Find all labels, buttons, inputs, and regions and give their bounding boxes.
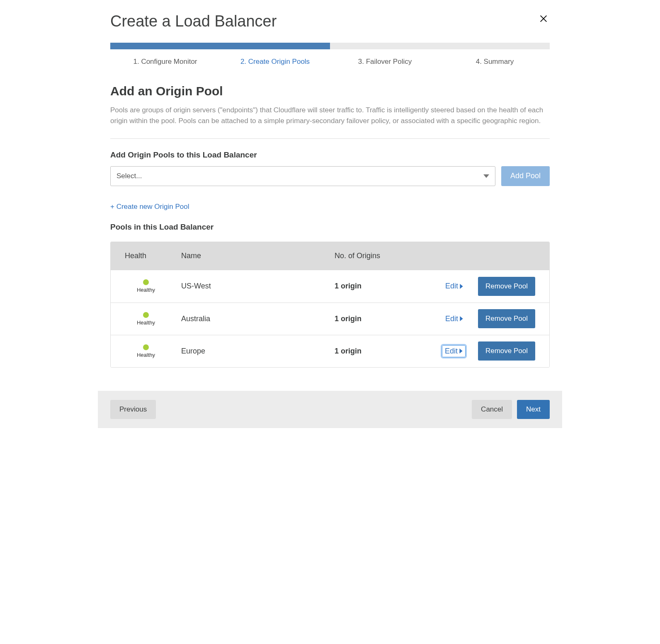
wizard-steps: 1. Configure Monitor2. Create Origin Poo…: [98, 43, 562, 68]
pool-select[interactable]: Select...: [110, 166, 495, 186]
main-content: Add an Origin Pool Pools are groups of o…: [98, 68, 562, 368]
pools-table: Health Name No. of Origins HealthyUS-Wes…: [110, 242, 550, 368]
table-row: HealthyEurope1 originEditRemove Pool: [111, 335, 549, 367]
edit-pool-button[interactable]: Edit: [442, 345, 466, 357]
pool-select-wrapper: Select...: [110, 166, 495, 186]
wizard-step-4[interactable]: 4. Summary: [440, 55, 550, 68]
divider: [110, 138, 550, 139]
health-status-icon: [143, 344, 149, 350]
health-status-icon: [143, 279, 149, 285]
create-load-balancer-modal: Create a Load Balancer 1. Configure Moni…: [98, 0, 562, 428]
edit-label: Edit: [445, 282, 458, 291]
cancel-button[interactable]: Cancel: [472, 400, 512, 419]
modal-title: Create a Load Balancer: [110, 12, 277, 30]
close-icon: [539, 14, 548, 23]
col-header-origins: No. of Origins: [335, 252, 421, 260]
health-status-label: Healthy: [137, 352, 155, 358]
close-button[interactable]: [537, 12, 550, 25]
col-header-health: Health: [111, 252, 181, 260]
section-heading: Add an Origin Pool: [110, 84, 550, 98]
wizard-step-1[interactable]: 1. Configure Monitor: [110, 55, 220, 68]
remove-pool-button[interactable]: Remove Pool: [478, 341, 535, 361]
edit-pool-button[interactable]: Edit: [443, 313, 466, 324]
pool-name: Australia: [181, 315, 335, 323]
edit-label: Edit: [445, 315, 458, 323]
health-cell: Healthy: [111, 344, 181, 358]
modal-header: Create a Load Balancer: [98, 0, 562, 43]
table-row: HealthyUS-West1 originEditRemove Pool: [111, 270, 549, 303]
row-actions: EditRemove Pool: [421, 341, 549, 361]
origin-count: 1 origin: [335, 347, 421, 356]
edit-pool-button[interactable]: Edit: [443, 281, 466, 292]
pool-name: Europe: [181, 347, 335, 356]
add-pool-row: Select... Add Pool: [110, 166, 550, 186]
row-actions: EditRemove Pool: [421, 277, 549, 296]
col-header-name: Name: [181, 252, 335, 260]
health-status-icon: [143, 312, 149, 318]
section-description: Pools are groups of origin servers ("end…: [110, 105, 550, 127]
origin-count: 1 origin: [335, 315, 421, 323]
edit-label: Edit: [445, 347, 458, 356]
next-button[interactable]: Next: [517, 400, 550, 419]
pools-list-label: Pools in this Load Balancer: [110, 223, 550, 232]
caret-right-icon: [460, 284, 463, 289]
add-pools-label: Add Origin Pools to this Load Balancer: [110, 150, 550, 160]
table-header: Health Name No. of Origins: [111, 242, 549, 270]
create-origin-pool-link[interactable]: + Create new Origin Pool: [110, 203, 189, 211]
wizard-step-3[interactable]: 3. Failover Policy: [330, 55, 440, 68]
progress-bar: [110, 43, 550, 49]
caret-right-icon: [459, 349, 463, 353]
remove-pool-button[interactable]: Remove Pool: [478, 277, 535, 296]
pool-name: US-West: [181, 282, 335, 291]
row-actions: EditRemove Pool: [421, 309, 549, 328]
previous-button[interactable]: Previous: [110, 400, 156, 419]
health-cell: Healthy: [111, 312, 181, 326]
remove-pool-button[interactable]: Remove Pool: [478, 309, 535, 328]
wizard-footer: Previous Cancel Next: [98, 391, 562, 428]
health-status-label: Healthy: [137, 320, 155, 326]
wizard-step-2[interactable]: 2. Create Origin Pools: [220, 55, 330, 68]
health-cell: Healthy: [111, 279, 181, 293]
add-pool-button[interactable]: Add Pool: [501, 166, 550, 186]
progress-fill: [110, 43, 330, 49]
caret-right-icon: [460, 316, 463, 321]
health-status-label: Healthy: [137, 287, 155, 293]
origin-count: 1 origin: [335, 282, 421, 291]
table-row: HealthyAustralia1 originEditRemove Pool: [111, 303, 549, 335]
